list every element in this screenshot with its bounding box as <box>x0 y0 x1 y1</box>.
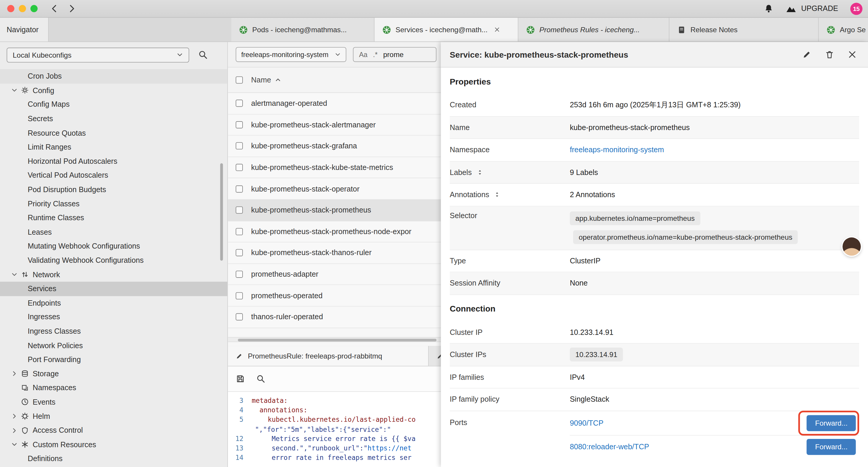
row-checkbox[interactable] <box>236 313 243 320</box>
row-checkbox[interactable] <box>236 143 243 150</box>
port-link[interactable]: 8080:reloader-web/TCP <box>570 443 649 451</box>
sidebar-item-leases[interactable]: Leases <box>0 225 227 239</box>
sidebar-item-events[interactable]: Events <box>0 395 227 409</box>
tab-argo[interactable]: Argo Se <box>819 18 868 42</box>
tab-prometheus-rules[interactable]: Prometheus Rules - icecheng... <box>519 18 670 42</box>
kubeconfig-select[interactable]: Local Kubeconfigs <box>6 47 189 62</box>
expand-collapse-icon[interactable] <box>494 191 500 198</box>
name-column-header[interactable]: Name <box>251 76 271 84</box>
sidebar-item-priority-classes[interactable]: Priority Classes <box>0 197 227 211</box>
storage-database-icon <box>21 370 29 377</box>
sidebar-scrollbar[interactable] <box>220 163 223 261</box>
sidebar-item-namespaces[interactable]: Namespaces <box>0 381 227 395</box>
sidebar-search-icon[interactable] <box>198 50 208 60</box>
kubernetes-icon <box>526 25 535 34</box>
table-row[interactable]: kube-prometheus-stack-operator <box>228 178 441 200</box>
sidebar-item-config-maps[interactable]: Config Maps <box>0 97 227 112</box>
match-case-toggle[interactable]: Aa <box>359 51 368 58</box>
save-icon[interactable] <box>236 374 245 384</box>
regex-toggle[interactable]: .* <box>373 51 378 58</box>
table-row[interactable]: kube-prometheus-stack-alertmanager <box>228 114 441 136</box>
expand-collapse-icon[interactable] <box>477 169 483 176</box>
sidebar-item-vertical-pod-autoscalers[interactable]: Vertical Pod Autoscalers <box>0 169 227 183</box>
tab-release-notes[interactable]: Release Notes <box>670 18 819 42</box>
sidebar-item-runtime-classes[interactable]: Runtime Classes <box>0 211 227 225</box>
namespace-select[interactable]: freeleaps-monitoring-system <box>236 47 346 62</box>
dock-tab-prometheusrule[interactable]: PrometheusRule: freeleaps-prod-rabbitmq <box>228 346 429 366</box>
namespace-link[interactable]: freeleaps-monitoring-system <box>570 146 664 154</box>
upgrade-button[interactable]: UPGRADE <box>785 3 838 14</box>
close-window-button[interactable] <box>7 5 14 12</box>
row-checkbox[interactable] <box>236 185 243 193</box>
sidebar-item-resource-quotas[interactable]: Resource Quotas <box>0 126 227 140</box>
sidebar-item-definitions[interactable]: Definitions <box>0 451 227 466</box>
row-checkbox[interactable] <box>236 100 243 107</box>
row-checkbox[interactable] <box>236 292 243 299</box>
table-row[interactable]: kube-prometheus-stack-prometheus-node-ex… <box>228 221 441 242</box>
delete-trash-icon[interactable] <box>825 50 834 59</box>
table-row[interactable]: prometheus-adapter <box>228 264 441 285</box>
sidebar-item-cron-jobs[interactable]: Cron Jobs <box>0 69 227 83</box>
row-checkbox[interactable] <box>236 207 243 214</box>
table-row[interactable]: kube-prometheus-stack-grafana <box>228 136 441 157</box>
horizontal-scrollbar[interactable] <box>228 337 441 342</box>
sidebar-item-validating-webhook-configurations[interactable]: Validating Webhook Configurations <box>0 253 227 267</box>
sidebar-item-limit-ranges[interactable]: Limit Ranges <box>0 140 227 154</box>
port-line: 9090/TCP Forward... <box>570 411 859 435</box>
port-link[interactable]: 9090/TCP <box>570 419 603 427</box>
editor-search-icon[interactable] <box>256 374 266 384</box>
forward-icon[interactable] <box>67 4 76 13</box>
table-row[interactable]: alertmanager-operated <box>228 93 441 114</box>
sidebar-group-custom-resources[interactable]: Custom Resources <box>0 437 227 451</box>
row-checkbox[interactable] <box>236 121 243 128</box>
table-row-selected[interactable]: kube-prometheus-stack-prometheus <box>228 200 441 221</box>
forward-button[interactable]: Forward... <box>807 415 856 431</box>
table-row[interactable]: prometheus-operated <box>228 285 441 307</box>
sort-ascending-icon[interactable] <box>275 77 281 83</box>
sidebar-group-network[interactable]: Network <box>0 267 227 282</box>
close-tab-icon[interactable] <box>494 27 500 33</box>
sidebar-group-access-control[interactable]: Access Control <box>0 423 227 437</box>
row-checkbox[interactable] <box>236 228 243 235</box>
port-line: 8080:reloader-web/TCP Forward... <box>570 435 859 459</box>
edit-pencil-icon[interactable] <box>802 50 812 59</box>
properties-heading: Properties <box>450 76 859 87</box>
select-all-checkbox[interactable] <box>236 76 243 83</box>
close-drawer-icon[interactable] <box>848 50 857 59</box>
sidebar-item-ingress-classes[interactable]: Ingress Classes <box>0 324 227 339</box>
sidebar-item-horizontal-pod-autoscalers[interactable]: Horizontal Pod Autoscalers <box>0 154 227 169</box>
sidebar-group-helm[interactable]: Helm <box>0 409 227 423</box>
tab-pods[interactable]: Pods - icecheng@mathmas... <box>231 18 375 42</box>
sidebar-item-port-forwarding[interactable]: Port Forwarding <box>0 353 227 367</box>
scrollbar-thumb[interactable] <box>238 339 436 341</box>
sidebar-item-secrets[interactable]: Secrets <box>0 112 227 126</box>
tab-services[interactable]: Services - icecheng@math... <box>375 18 519 42</box>
notification-count-badge[interactable]: 15 <box>850 2 862 14</box>
forward-button[interactable]: Forward... <box>807 439 856 455</box>
minimize-window-button[interactable] <box>19 5 26 12</box>
table-row[interactable]: thanos-ruler-operated <box>228 307 441 328</box>
notifications-bell-icon[interactable] <box>764 4 773 13</box>
sidebar-item-pod-disruption-budgets[interactable]: Pod Disruption Budgets <box>0 182 227 197</box>
sidebar-item-mutating-webhook-configurations[interactable]: Mutating Webhook Configurations <box>0 239 227 253</box>
yaml-editor[interactable]: 3metadata: 4annotations: 5kubectl.kubern… <box>228 392 441 467</box>
row-checkbox[interactable] <box>236 249 243 256</box>
avatar[interactable] <box>843 237 861 256</box>
maximize-window-button[interactable] <box>30 5 37 12</box>
sidebar-group-storage[interactable]: Storage <box>0 367 227 381</box>
list-search-input[interactable]: Aa .* prome <box>353 47 437 62</box>
code-line: error rate in freeleaps metrics ser <box>252 454 411 462</box>
sidebar-item-network-policies[interactable]: Network Policies <box>0 339 227 353</box>
table-row[interactable]: kube-prometheus-stack-thanos-ruler <box>228 242 441 264</box>
sidebar-item-services[interactable]: Services <box>0 282 227 296</box>
row-checkbox[interactable] <box>236 164 243 171</box>
sidebar-group-config[interactable]: Config <box>0 83 227 97</box>
back-icon[interactable] <box>50 4 59 13</box>
table-row[interactable]: kube-prometheus-stack-kube-state-metrics <box>228 157 441 178</box>
row-checkbox[interactable] <box>236 271 243 278</box>
navigator-panel-tab[interactable]: Navigator <box>0 18 49 42</box>
dock-tab-partial[interactable] <box>429 346 441 366</box>
sidebar-item-endpoints[interactable]: Endpoints <box>0 296 227 310</box>
cluster-ip-chip: 10.233.14.91 <box>570 348 623 361</box>
sidebar-item-ingresses[interactable]: Ingresses <box>0 310 227 324</box>
